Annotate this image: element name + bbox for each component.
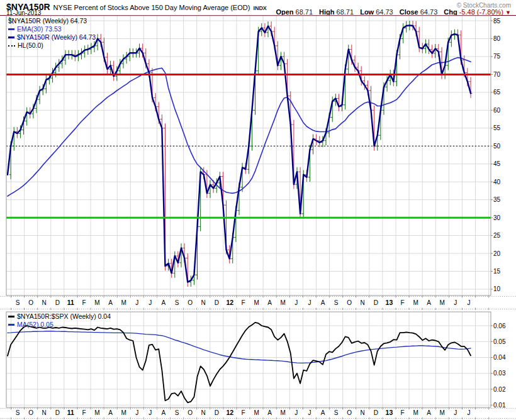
- svg-text:M: M: [281, 299, 286, 306]
- svg-text:J: J: [467, 299, 470, 306]
- legend-ma-row: MA(52) 0.05: [8, 321, 111, 329]
- svg-text:A: A: [427, 409, 431, 416]
- svg-text:12: 12: [227, 299, 234, 306]
- svg-text:D: D: [374, 409, 378, 416]
- svg-text:J: J: [454, 299, 457, 306]
- ratio-line-swatch: [8, 316, 14, 318]
- svg-text:0.05: 0.05: [493, 338, 506, 345]
- svg-text:O: O: [188, 299, 193, 306]
- svg-text:D: D: [374, 299, 378, 306]
- svg-text:15: 15: [493, 268, 501, 275]
- svg-text:M: M: [413, 299, 418, 306]
- svg-text:A: A: [267, 299, 272, 306]
- svg-text:0.03: 0.03: [493, 370, 506, 377]
- svg-text:S: S: [175, 409, 179, 416]
- svg-text:M: M: [440, 409, 445, 416]
- svg-text:45: 45: [493, 160, 501, 167]
- svg-text:35: 35: [493, 196, 501, 203]
- svg-text:M: M: [94, 299, 99, 306]
- svg-text:M: M: [121, 409, 126, 416]
- indicator-legend: $NYA150R:$SPX (Weekly) 0.04 MA(52) 0.05: [8, 312, 111, 329]
- svg-text:J: J: [294, 299, 298, 306]
- svg-text:J: J: [308, 299, 311, 306]
- svg-text:F: F: [400, 299, 404, 306]
- svg-text:0.04: 0.04: [493, 354, 506, 361]
- svg-text:70: 70: [493, 71, 501, 78]
- ma-line-swatch: [8, 324, 14, 326]
- svg-text:D: D: [55, 409, 60, 416]
- svg-text:A: A: [321, 299, 325, 306]
- main-month-axis: SOND11FMAMJJASOND12FMAMJJASOND13FMAMJJ: [0, 296, 516, 310]
- svg-text:40: 40: [493, 179, 501, 185]
- svg-text:J: J: [135, 299, 138, 306]
- legend-hl-row: HL(50.0): [8, 41, 96, 50]
- svg-text:D: D: [215, 299, 219, 306]
- svg-text:S: S: [16, 299, 20, 306]
- svg-text:N: N: [361, 299, 365, 306]
- svg-text:N: N: [42, 409, 47, 416]
- close-line-swatch: [8, 36, 14, 38]
- hl-dotted-swatch: [8, 45, 15, 47]
- svg-text:N: N: [201, 299, 206, 306]
- svg-text:O: O: [28, 409, 33, 416]
- svg-text:65: 65: [493, 89, 501, 96]
- svg-text:11: 11: [67, 409, 74, 416]
- svg-text:F: F: [400, 409, 404, 416]
- svg-text:D: D: [55, 299, 60, 306]
- svg-text:J: J: [294, 409, 298, 416]
- svg-text:30: 30: [493, 214, 501, 221]
- svg-text:O: O: [28, 299, 33, 306]
- legend-price-row: $NYA150R (Weekly) 64.73: [8, 17, 96, 25]
- main-chart-legend: $NYA150R (Weekly) 64.73 EMA(30) 73.53 $N…: [8, 17, 96, 50]
- svg-text:J: J: [467, 409, 470, 416]
- legend-ratio-row: $NYA150R:$SPX (Weekly) 0.04: [8, 312, 111, 321]
- svg-text:M: M: [254, 299, 259, 306]
- svg-text:J: J: [135, 409, 138, 416]
- svg-text:F: F: [82, 409, 86, 416]
- svg-text:A: A: [162, 299, 166, 306]
- candlestick-icon: [8, 17, 14, 24]
- legend-hl-label: HL(50.0): [18, 41, 43, 49]
- svg-text:N: N: [361, 409, 365, 416]
- price-chart-svg: 85807570656055504540353025201510SOND11FM…: [0, 0, 516, 420]
- svg-text:F: F: [82, 299, 86, 306]
- svg-text:O: O: [347, 299, 352, 306]
- svg-text:F: F: [241, 299, 245, 306]
- svg-text:13: 13: [386, 409, 393, 416]
- svg-text:20: 20: [493, 250, 501, 257]
- svg-text:J: J: [454, 409, 457, 416]
- svg-text:13: 13: [386, 299, 393, 306]
- legend-ema-row: EMA(30) 73.53: [8, 25, 96, 33]
- svg-text:A: A: [162, 409, 166, 416]
- svg-text:M: M: [281, 409, 286, 416]
- svg-text:J: J: [149, 299, 152, 306]
- svg-text:D: D: [215, 409, 219, 416]
- svg-text:O: O: [347, 409, 352, 416]
- svg-text:M: M: [94, 409, 99, 416]
- svg-text:S: S: [16, 409, 20, 416]
- svg-text:S: S: [334, 299, 339, 306]
- svg-text:0.02: 0.02: [493, 386, 506, 393]
- svg-text:M: M: [254, 409, 259, 416]
- svg-text:N: N: [201, 409, 206, 416]
- svg-text:J: J: [149, 409, 152, 416]
- svg-text:85: 85: [493, 18, 501, 25]
- svg-text:S: S: [334, 409, 339, 416]
- svg-text:50: 50: [493, 143, 501, 150]
- svg-text:25: 25: [493, 232, 501, 239]
- svg-text:80: 80: [493, 35, 501, 42]
- svg-text:F: F: [241, 409, 245, 416]
- svg-text:S: S: [175, 299, 179, 306]
- svg-text:M: M: [413, 409, 418, 416]
- main-panel: 85807570656055504540353025201510: [6, 16, 501, 296]
- svg-text:A: A: [321, 409, 325, 416]
- svg-text:11: 11: [67, 299, 74, 306]
- svg-text:A: A: [108, 409, 113, 416]
- legend-closeline-row: $NYA150R (Weekly) 64.73: [8, 33, 96, 41]
- indicator-month-axis: SOND11FMAMJJASOND12FMAMJJASOND13FMAMJJ: [0, 407, 516, 419]
- svg-text:M: M: [121, 299, 126, 306]
- svg-text:M: M: [440, 299, 445, 306]
- svg-text:A: A: [427, 299, 431, 306]
- legend-closeline-label: $NYA150R (Weekly) 64.73: [17, 33, 96, 41]
- legend-ema-label: EMA(30) 73.53: [17, 25, 62, 33]
